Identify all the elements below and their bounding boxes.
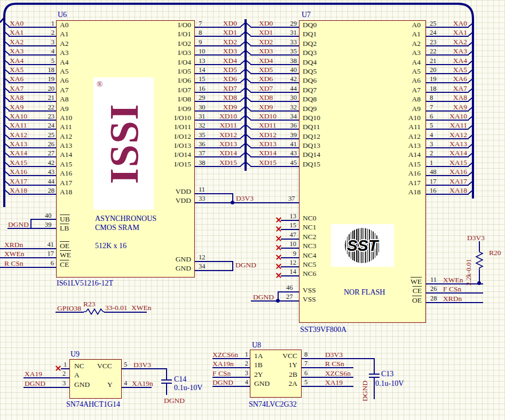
net-label[interactable]: XA8: [10, 93, 23, 102]
net-label[interactable]: DGND: [212, 378, 233, 387]
net-label[interactable]: XA3: [453, 47, 467, 56]
net-label[interactable]: XA17: [10, 177, 27, 186]
net-label[interactable]: XA13: [449, 140, 467, 148]
net-label[interactable]: XA13: [10, 140, 27, 148]
net-label[interactable]: XD0: [223, 19, 237, 28]
net-label[interactable]: XA0: [10, 19, 23, 28]
net-label[interactable]: XD0: [259, 19, 273, 28]
net-label[interactable]: XD2: [223, 38, 237, 46]
net-label[interactable]: XRDn: [4, 241, 23, 249]
c13-plate-top[interactable]: [369, 374, 380, 375]
net-label[interactable]: XA10: [449, 112, 467, 121]
net-label[interactable]: XD7: [259, 84, 273, 93]
net-label[interactable]: XA17: [449, 177, 467, 186]
xa19n-net-label[interactable]: XA19n: [132, 379, 153, 388]
net-label[interactable]: XWEn: [4, 250, 25, 258]
net-label[interactable]: XA15: [10, 159, 27, 167]
net-label[interactable]: XD13: [219, 140, 237, 148]
net-label[interactable]: XD8: [223, 93, 237, 102]
net-label[interactable]: XA5: [10, 66, 23, 74]
net-label[interactable]: XA10: [10, 112, 27, 121]
net-label[interactable]: XA9: [10, 103, 23, 112]
net-label[interactable]: XD14: [219, 149, 237, 157]
r20-resistor-symbol[interactable]: [475, 251, 484, 270]
net-label[interactable]: XA0: [453, 19, 467, 28]
net-label[interactable]: XZCS6n: [325, 369, 351, 378]
u8-designator[interactable]: U8: [252, 341, 261, 350]
r23-designator[interactable]: R23: [83, 300, 96, 308]
net-label[interactable]: XA12: [10, 131, 27, 139]
r23-value[interactable]: 33-0.01: [105, 304, 128, 312]
net-label[interactable]: XD3: [223, 47, 237, 56]
net-label[interactable]: XD5: [259, 66, 273, 74]
net-label[interactable]: XD11: [259, 121, 277, 130]
net-label[interactable]: XA14: [449, 149, 467, 157]
c14-designator[interactable]: C14: [174, 375, 186, 384]
c13-value[interactable]: 0.1u-10V: [375, 379, 404, 388]
u9-part-number[interactable]: SN74AHCT1G14: [66, 400, 120, 409]
net-label[interactable]: XA6: [10, 75, 23, 83]
net-label[interactable]: XA16: [10, 168, 27, 176]
c14-bottom-wire[interactable]: [166, 384, 167, 395]
net-label[interactable]: XD14: [259, 149, 277, 157]
d3v3-power-label[interactable]: D3V3: [236, 194, 254, 203]
u7-designator[interactable]: U7: [302, 11, 311, 19]
net-label[interactable]: XA7: [10, 84, 23, 93]
net-label[interactable]: XA16: [449, 168, 467, 176]
net-label[interactable]: XD5: [223, 66, 237, 74]
d3v3-power-label[interactable]: D3V3: [467, 234, 485, 242]
c13-bottom-wire[interactable]: [374, 378, 375, 399]
r23-resistor-symbol[interactable]: [84, 308, 104, 315]
net-label[interactable]: XA1: [10, 28, 23, 37]
net-label[interactable]: XRDn: [443, 295, 462, 303]
net-label[interactable]: R CSn: [325, 360, 344, 368]
net-label[interactable]: XA14: [10, 149, 27, 157]
net-label[interactable]: XA8: [453, 93, 467, 102]
net-label[interactable]: R CSn: [4, 259, 23, 268]
u6-ublb-join-wire[interactable]: [30, 219, 31, 229]
r20-top-wire[interactable]: [479, 241, 480, 251]
net-label[interactable]: XA11: [450, 121, 468, 130]
net-label[interactable]: F CSn: [443, 285, 461, 294]
net-label[interactable]: XD6: [223, 75, 237, 83]
net-label[interactable]: XD4: [259, 57, 273, 65]
net-label[interactable]: XD13: [259, 140, 277, 148]
net-label[interactable]: XA12: [449, 131, 467, 139]
u6-gnd-join-wire[interactable]: [232, 261, 233, 271]
net-label[interactable]: XD10: [259, 112, 277, 121]
xa19-net-label[interactable]: XA19: [25, 370, 42, 378]
dgnd-power-label[interactable]: DGND: [361, 374, 369, 401]
net-label[interactable]: XA15: [449, 159, 467, 167]
dgnd-power-label[interactable]: DGND: [164, 397, 185, 405]
c13-designator[interactable]: C13: [381, 370, 393, 378]
dgnd-power-label[interactable]: DGND: [253, 293, 274, 302]
c14-value[interactable]: 0.1u-10V: [174, 384, 202, 392]
net-label[interactable]: XD9: [259, 103, 273, 112]
u6-part-number[interactable]: IS61LV51216-12T: [57, 279, 113, 288]
c13-top-wire[interactable]: [374, 358, 375, 374]
net-label[interactable]: XA6: [453, 75, 467, 83]
net-label[interactable]: D3V3: [325, 351, 343, 359]
u8-part-number[interactable]: SN74LVC2G32: [249, 400, 297, 409]
net-label[interactable]: XA19n: [212, 360, 234, 368]
net-label[interactable]: XWEn: [443, 276, 463, 284]
net-label[interactable]: XA11: [10, 121, 27, 130]
net-label[interactable]: XA4: [10, 57, 23, 65]
net-label[interactable]: XA1: [453, 28, 467, 37]
r20-value[interactable]: 2.2k-0.01: [464, 243, 473, 286]
net-label[interactable]: XZCS6n: [212, 351, 238, 359]
dgnd-power-label[interactable]: DGND: [8, 220, 29, 229]
dgnd-power-label[interactable]: DGND: [235, 261, 256, 270]
net-label[interactable]: XA4: [453, 57, 467, 65]
u6-ub-wire[interactable]: [31, 219, 56, 220]
d3v3-power-label[interactable]: D3V3: [133, 361, 151, 369]
net-label[interactable]: XD1: [259, 28, 273, 37]
net-label[interactable]: XD4: [223, 57, 237, 65]
net-label[interactable]: XD12: [259, 131, 277, 139]
net-label[interactable]: XA3: [10, 47, 23, 56]
net-label[interactable]: XA18: [10, 186, 27, 195]
net-label[interactable]: XD3: [259, 47, 273, 56]
r20-designator[interactable]: R20: [489, 249, 501, 257]
net-label[interactable]: XD10: [219, 112, 237, 121]
u7-part-number[interactable]: SST39VF800A: [300, 326, 346, 334]
